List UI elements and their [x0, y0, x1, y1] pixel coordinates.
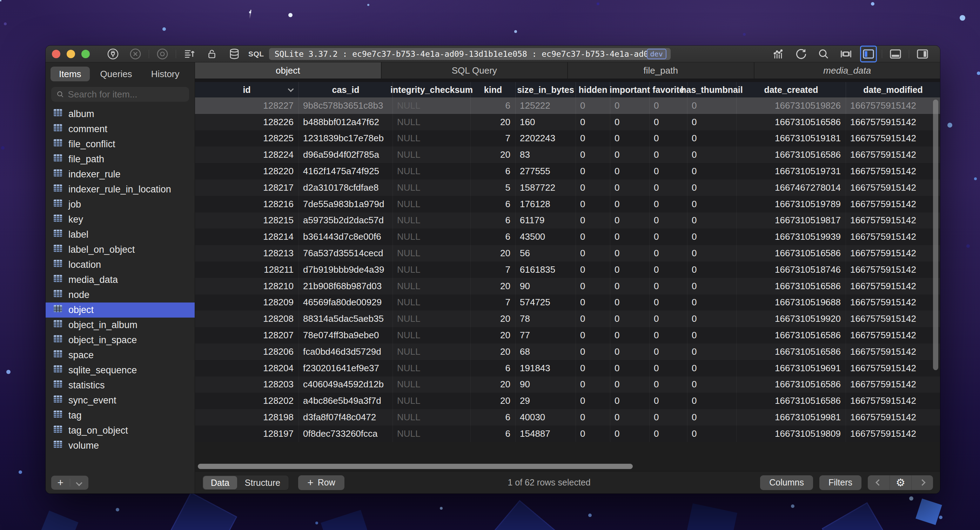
- cell-date_modified[interactable]: 1667575915142: [846, 213, 940, 229]
- cell-has_thumbnail[interactable]: 0: [687, 179, 736, 196]
- cell-size_in_bytes[interactable]: 61179: [515, 213, 576, 229]
- sidebar-item-file-path[interactable]: file_path: [46, 152, 195, 167]
- column-header-cas-id[interactable]: cas_id: [299, 82, 393, 97]
- cell-important[interactable]: 0: [610, 393, 649, 409]
- cell-hidden[interactable]: 0: [576, 278, 610, 294]
- cell-size_in_bytes[interactable]: 68: [515, 344, 576, 360]
- cell-important[interactable]: 0: [610, 196, 649, 213]
- cell-important[interactable]: 0: [610, 163, 649, 179]
- column-header-important[interactable]: important: [610, 82, 649, 97]
- sidebar-item-location[interactable]: location: [46, 257, 195, 272]
- cell-hidden[interactable]: 0: [576, 425, 610, 442]
- cell-id[interactable]: 128209: [195, 294, 299, 311]
- cell-has_thumbnail[interactable]: 0: [687, 146, 736, 163]
- cell-cas_id[interactable]: b361443d7c8e00f6: [299, 229, 393, 245]
- cell-kind[interactable]: 6: [470, 97, 515, 114]
- fit-width-icon[interactable]: [838, 46, 854, 62]
- cell-kind[interactable]: 20: [470, 114, 515, 130]
- filters-button[interactable]: Filters: [819, 475, 861, 490]
- cell-cas_id[interactable]: d2a310178cfdfae8: [299, 179, 393, 196]
- sidebar-item-media-data[interactable]: media_data: [46, 272, 195, 287]
- cell-date_created[interactable]: 1667310519809: [736, 425, 846, 442]
- cell-size_in_bytes[interactable]: 154887: [515, 425, 576, 442]
- cell-id[interactable]: 128216: [195, 196, 299, 213]
- cell-favorite[interactable]: 0: [649, 425, 687, 442]
- cell-id[interactable]: 128208: [195, 311, 299, 327]
- cell-kind[interactable]: 20: [470, 146, 515, 163]
- table-row[interactable]: 128198d3fa8f07f48c0472NULL64003000001667…: [195, 409, 940, 425]
- cell-size_in_bytes[interactable]: 1587722: [515, 179, 576, 196]
- cell-size_in_bytes[interactable]: 6161835: [515, 262, 576, 278]
- cell-kind[interactable]: 6: [470, 196, 515, 213]
- cell-date_created[interactable]: 1667310518746: [736, 262, 846, 278]
- add-row-button[interactable]: + Row: [298, 475, 344, 490]
- cell-cas_id[interactable]: c406049a4592d12b: [299, 376, 393, 393]
- table-row[interactable]: 128215a59735b2d2dac57dNULL66117900001667…: [195, 213, 940, 229]
- cell-kind[interactable]: 20: [470, 393, 515, 409]
- cell-kind[interactable]: 20: [470, 344, 515, 360]
- sidebar-item-object-in-space[interactable]: object_in_space: [46, 333, 195, 348]
- cell-integrity_checksum[interactable]: NULL: [393, 245, 470, 262]
- cell-size_in_bytes[interactable]: 277555: [515, 163, 576, 179]
- cell-has_thumbnail[interactable]: 0: [687, 344, 736, 360]
- cell-favorite[interactable]: 0: [649, 409, 687, 425]
- column-header-hidden[interactable]: hidden: [576, 82, 610, 97]
- sidebar-item-label-on-object[interactable]: label_on_object: [46, 242, 195, 257]
- table-row[interactable]: 128211d7b919bbb9de4a39NULL76161835000016…: [195, 262, 940, 278]
- database-icon[interactable]: [227, 46, 242, 62]
- cell-date_created[interactable]: 1667310516586: [736, 278, 846, 294]
- cell-cas_id[interactable]: f230201641ef9e37: [299, 360, 393, 376]
- cell-favorite[interactable]: 0: [649, 376, 687, 393]
- cell-important[interactable]: 0: [610, 130, 649, 147]
- cell-id[interactable]: 128224: [195, 146, 299, 163]
- add-item-split-button[interactable]: +: [51, 476, 88, 490]
- cell-favorite[interactable]: 0: [649, 130, 687, 147]
- cell-integrity_checksum[interactable]: NULL: [393, 146, 470, 163]
- cell-id[interactable]: 128213: [195, 245, 299, 262]
- cell-id[interactable]: 128198: [195, 409, 299, 425]
- cell-date_modified[interactable]: 1667575915142: [846, 130, 940, 147]
- cell-kind[interactable]: 7: [470, 294, 515, 311]
- cell-has_thumbnail[interactable]: 0: [687, 245, 736, 262]
- cell-important[interactable]: 0: [610, 311, 649, 327]
- cell-cas_id[interactable]: a59735b2d2dac57d: [299, 213, 393, 229]
- cell-size_in_bytes[interactable]: 40030: [515, 409, 576, 425]
- cell-size_in_bytes[interactable]: 125222: [515, 97, 576, 114]
- cell-size_in_bytes[interactable]: 90: [515, 376, 576, 393]
- cell-cas_id[interactable]: 76a537d35514cecd: [299, 245, 393, 262]
- table-row[interactable]: 12821376a537d35514cecdNULL20560000166731…: [195, 245, 940, 262]
- cell-date_created[interactable]: 1667310516586: [736, 114, 846, 130]
- cell-size_in_bytes[interactable]: 2202243: [515, 130, 576, 147]
- cell-important[interactable]: 0: [610, 262, 649, 278]
- cell-kind[interactable]: 6: [470, 229, 515, 245]
- cell-has_thumbnail[interactable]: 0: [687, 262, 736, 278]
- cell-cas_id[interactable]: d96a59d4f02f785a: [299, 146, 393, 163]
- cell-kind[interactable]: 20: [470, 327, 515, 344]
- cell-important[interactable]: 0: [610, 360, 649, 376]
- cell-integrity_checksum[interactable]: NULL: [393, 130, 470, 147]
- cell-id[interactable]: 128215: [195, 213, 299, 229]
- cell-cas_id[interactable]: 4162f1475a74f925: [299, 163, 393, 179]
- sidebar-tab-queries[interactable]: Queries: [92, 67, 141, 81]
- cell-date_modified[interactable]: 1667575915142: [846, 146, 940, 163]
- cell-date_modified[interactable]: 1667575915142: [846, 425, 940, 442]
- cell-hidden[interactable]: 0: [576, 327, 610, 344]
- sidebar-item-object-in-album[interactable]: object_in_album: [46, 317, 195, 333]
- table-row[interactable]: 12821021b908f68b987d03NULL20900000166731…: [195, 278, 940, 294]
- cell-integrity_checksum[interactable]: NULL: [393, 311, 470, 327]
- table-row[interactable]: 128214b361443d7c8e00f6NULL64350000001667…: [195, 229, 940, 245]
- close-window-button[interactable]: [52, 50, 60, 58]
- cell-date_created[interactable]: 1667310516586: [736, 245, 846, 262]
- cell-has_thumbnail[interactable]: 0: [687, 163, 736, 179]
- cell-date_created[interactable]: 1667310519181: [736, 130, 846, 147]
- cell-important[interactable]: 0: [610, 245, 649, 262]
- cell-size_in_bytes[interactable]: 191843: [515, 360, 576, 376]
- cell-favorite[interactable]: 0: [649, 146, 687, 163]
- table-row[interactable]: 128204f230201641ef9e37NULL61918430000166…: [195, 360, 940, 376]
- cell-id[interactable]: 128210: [195, 278, 299, 294]
- refresh-icon[interactable]: [794, 46, 809, 62]
- cell-kind[interactable]: 7: [470, 262, 515, 278]
- sidebar-item-file-conflict[interactable]: file_conflict: [46, 137, 195, 152]
- table-row[interactable]: 12820946569fa80de00929NULL75747250000166…: [195, 294, 940, 311]
- cell-hidden[interactable]: 0: [576, 229, 610, 245]
